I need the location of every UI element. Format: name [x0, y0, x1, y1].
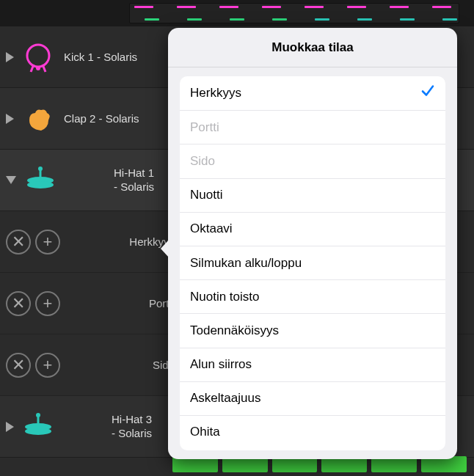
option-label: Nuotin toisto — [190, 290, 260, 304]
option-sido: Sido — [180, 144, 445, 177]
option-nuotin-toisto[interactable]: Nuotin toisto — [180, 279, 445, 313]
option-todenn-k-isyys[interactable]: Todennäköisyys — [180, 313, 445, 347]
option-label: Portti — [190, 120, 219, 135]
popover-title: Muokkaa tilaa — [168, 28, 457, 67]
param-label: Portti — [87, 297, 175, 310]
remove-icon[interactable]: ✕ — [6, 353, 31, 378]
clap-icon — [20, 100, 56, 137]
remove-icon[interactable]: ✕ — [6, 291, 31, 316]
option-list: HerkkyysPorttiSidoNuottiOktaaviSilmukan … — [180, 76, 445, 450]
option-oktaavi[interactable]: Oktaavi — [180, 212, 445, 246]
remove-icon[interactable]: ✕ — [6, 230, 31, 255]
disclosure-icon[interactable] — [6, 176, 16, 184]
option-nuotti[interactable]: Nuotti — [180, 178, 445, 212]
option-askeltaajuus[interactable]: Askeltaajuus — [180, 381, 445, 415]
option-label: Askeltaajuus — [190, 391, 260, 406]
app-window: Kick 1 - Solaris Clap 2 - Solaris — [0, 0, 474, 476]
disclosure-icon[interactable] — [6, 422, 14, 432]
disclosure-icon[interactable] — [6, 52, 14, 62]
track-name: Clap 2 - Solaris — [64, 112, 152, 125]
option-label: Herkkyys — [190, 86, 241, 100]
disclosure-icon[interactable] — [6, 114, 14, 124]
option-label: Silmukan alku/loppu — [190, 256, 302, 271]
param-label: Sido — [87, 359, 175, 371]
timeline-bar — [0, 0, 474, 26]
hihat-icon — [22, 162, 59, 199]
track-name: Hi-Hat 1 - Solaris — [66, 166, 154, 194]
hihat-icon — [20, 409, 56, 445]
option-portti: Portti — [180, 110, 445, 144]
track-name: Kick 1 - Solaris — [64, 51, 152, 63]
option-label: Todennäköisyys — [190, 323, 279, 338]
svg-point-9 — [25, 428, 51, 435]
option-label: Nuotti — [190, 188, 222, 202]
option-alun-siirros[interactable]: Alun siirros — [180, 348, 445, 381]
option-label: Ohita — [190, 425, 220, 439]
check-icon — [420, 84, 435, 103]
svg-point-11 — [36, 413, 40, 417]
option-herkkyys[interactable]: Herkkyys — [180, 76, 445, 110]
option-label: Alun siirros — [190, 357, 252, 372]
add-icon[interactable]: + — [35, 353, 60, 378]
svg-point-7 — [38, 166, 43, 171]
svg-point-5 — [27, 181, 54, 188]
track-name: Hi-Hat 3 - Solaris — [64, 413, 152, 441]
add-icon[interactable]: + — [35, 291, 60, 316]
kick-icon — [20, 39, 56, 76]
add-icon[interactable]: + — [35, 230, 60, 255]
clip-overview[interactable] — [129, 3, 459, 23]
popover-arrow — [161, 239, 169, 258]
option-ohita[interactable]: Ohita — [180, 415, 445, 449]
svg-point-0 — [27, 45, 49, 67]
option-silmukan-alku-loppu[interactable]: Silmukan alku/loppu — [180, 246, 445, 279]
option-label: Sido — [190, 154, 215, 169]
option-label: Oktaavi — [190, 221, 233, 236]
edit-mode-popover: Muokkaa tilaa HerkkyysPorttiSidoNuottiOk… — [168, 28, 457, 459]
svg-point-3 — [36, 66, 40, 70]
